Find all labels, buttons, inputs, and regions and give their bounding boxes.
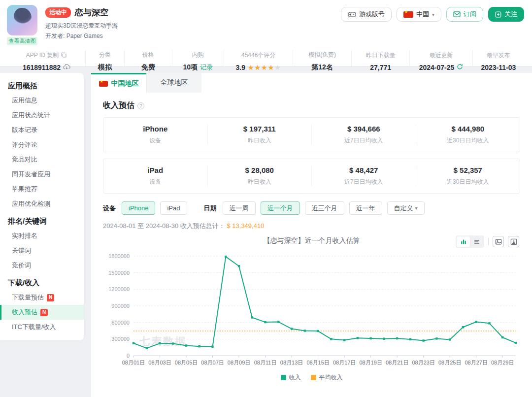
metric-label: 近7日日均收入 bbox=[312, 136, 416, 145]
stat-value: 2023-11-03 bbox=[475, 64, 522, 71]
export-image-icon[interactable] bbox=[493, 236, 504, 247]
legend-swatch-icon bbox=[311, 375, 316, 380]
device-filter-label: 设备 bbox=[103, 204, 116, 213]
stat-value: 10项记录 bbox=[174, 63, 222, 72]
filter-chip-近一个月[interactable]: 近一个月 bbox=[261, 201, 300, 215]
svg-text:08月15日: 08月15日 bbox=[306, 360, 329, 365]
metric-label: 近30日日均收入 bbox=[416, 136, 520, 145]
sidebar-item-ITC下载量/收入[interactable]: ITC下载量/收入 bbox=[0, 320, 84, 334]
sidebar-item-竞品对比[interactable]: 竞品对比 bbox=[0, 152, 84, 167]
main-panel: 中国地区全球地区 收入预估 ? iPhone设备$ 197,311昨日收入$ 3… bbox=[91, 73, 532, 397]
sidebar-item-应用状态统计[interactable]: 应用状态统计 bbox=[0, 108, 84, 123]
sidebar-section-title: 应用概括 bbox=[0, 76, 84, 93]
chart-legend: 收入平均收入 bbox=[103, 373, 520, 382]
stat-label: APP ID 复制 bbox=[10, 51, 83, 60]
svg-text:1200000: 1200000 bbox=[108, 286, 130, 292]
stat-1: 分类模拟 bbox=[86, 50, 125, 73]
metric-value: $ 444,980 bbox=[416, 125, 520, 133]
filter-chip-近三个月[interactable]: 近三个月 bbox=[305, 201, 344, 215]
legend-swatch-icon bbox=[281, 375, 286, 380]
svg-text:七麦数据: 七麦数据 bbox=[139, 335, 187, 347]
svg-text:08月25日: 08月25日 bbox=[438, 360, 461, 365]
filter-chip-iPad[interactable]: iPad bbox=[160, 201, 187, 215]
stat-value: 3.9★★★★★★★★★★ bbox=[226, 64, 291, 71]
sidebar-section-title: 排名/关键词 bbox=[0, 211, 84, 229]
gamepad-icon bbox=[348, 11, 356, 18]
envelope-icon bbox=[453, 11, 461, 17]
view-hd-image-link[interactable]: 查看高清图 bbox=[7, 37, 37, 45]
bar-chart-icon[interactable] bbox=[457, 236, 470, 247]
metric-label: 昨日收入 bbox=[208, 136, 312, 145]
sidebar-item-竞价词[interactable]: 竞价词 bbox=[0, 258, 84, 273]
stat-label: 内购 bbox=[174, 51, 222, 59]
filter-chip-近一年[interactable]: 近一年 bbox=[349, 201, 382, 215]
region-tabs: 中国地区全球地区 bbox=[91, 73, 532, 93]
filter-bar: 设备iPhoneiPad日期近一周近一个月近三个月近一年自定义▾ bbox=[103, 201, 520, 215]
plus-square-icon bbox=[495, 11, 501, 18]
revenue-line-chart[interactable]: 0300000600000900000120000015000001800000… bbox=[103, 249, 520, 370]
svg-text:0: 0 bbox=[127, 353, 130, 359]
device-name-cell: iPhone设备 bbox=[103, 125, 208, 145]
sidebar-item-苹果推荐[interactable]: 苹果推荐 bbox=[0, 182, 84, 197]
metric-cell: $ 28,080昨日收入 bbox=[208, 166, 312, 186]
metric-value: $ 52,357 bbox=[416, 166, 520, 174]
stat-label: 最早发布 bbox=[475, 51, 522, 60]
china-flag-icon bbox=[99, 81, 108, 87]
stat-3: 内购10项记录 bbox=[172, 50, 224, 73]
date-range-text: 2024-08-01 至 2024-08-30 收入预估总计： bbox=[103, 222, 225, 230]
download-data-icon[interactable] bbox=[508, 236, 519, 247]
metric-cell: $ 197,311昨日收入 bbox=[208, 125, 312, 145]
stat-value: 27,771 bbox=[354, 64, 408, 71]
sidebar-item-收入预估[interactable]: 收入预估N bbox=[0, 305, 84, 320]
app-stats-strip: APP ID 复制1618911882分类模拟价格免费内购10项记录45446个… bbox=[0, 50, 532, 73]
copy-icon[interactable] bbox=[61, 52, 67, 60]
metric-cell: $ 444,980近30日日均收入 bbox=[416, 125, 520, 145]
filter-chip-iPhone[interactable]: iPhone bbox=[122, 201, 155, 215]
svg-text:08月03日: 08月03日 bbox=[148, 360, 171, 365]
sidebar-item-关键词[interactable]: 关键词 bbox=[0, 243, 84, 258]
metric-value: $ 394,666 bbox=[312, 125, 416, 133]
country-select[interactable]: 中国 ▾ bbox=[397, 7, 441, 22]
revenue-total: $ 13,349,410 bbox=[227, 222, 264, 230]
filter-chip-自定义[interactable]: 自定义▾ bbox=[387, 201, 425, 215]
help-question-icon[interactable]: ? bbox=[137, 102, 144, 109]
list-view-icon[interactable] bbox=[470, 236, 483, 247]
sidebar-item-下载量预估[interactable]: 下载量预估N bbox=[0, 290, 84, 305]
svg-text:08月05日: 08月05日 bbox=[175, 360, 198, 365]
stat-4: 45446个评分3.9★★★★★★★★★★ bbox=[224, 50, 293, 72]
sidebar-item-应用优化检测[interactable]: 应用优化检测 bbox=[0, 197, 84, 211]
divider bbox=[488, 238, 489, 245]
stat-7: 最近更新2024-07-25 bbox=[410, 50, 472, 72]
app-subtitle: 超现实3D沉浸恋爱互动手游 bbox=[45, 22, 118, 30]
metric-label: 昨日收入 bbox=[208, 178, 312, 186]
new-badge: N bbox=[47, 294, 54, 301]
app-icon[interactable] bbox=[7, 5, 37, 35]
svg-text:300000: 300000 bbox=[111, 336, 130, 342]
game-license-button[interactable]: 游戏版号 bbox=[341, 7, 392, 22]
filter-chip-近一周[interactable]: 近一周 bbox=[223, 201, 256, 215]
record-link[interactable]: 记录 bbox=[200, 63, 213, 72]
rating-stars-icon: ★★★★★★★★★★ bbox=[248, 64, 281, 71]
subscribe-button[interactable]: 订阅 bbox=[446, 7, 483, 22]
app-developer[interactable]: 开发者: Paper Games bbox=[45, 32, 118, 40]
sidebar-section-title: 下载/收入 bbox=[0, 273, 84, 290]
svg-text:08月13日: 08月13日 bbox=[280, 360, 303, 365]
svg-text:08月01日: 08月01日 bbox=[122, 360, 145, 365]
svg-text:1500000: 1500000 bbox=[108, 270, 130, 276]
follow-button[interactable]: 关注 bbox=[488, 7, 524, 22]
svg-text:900000: 900000 bbox=[111, 303, 130, 309]
sidebar-item-评分评论[interactable]: 评分评论 bbox=[0, 137, 84, 152]
sidebar-item-应用信息[interactable]: 应用信息 bbox=[0, 93, 84, 108]
sidebar-item-实时排名[interactable]: 实时排名 bbox=[0, 229, 84, 243]
cloud-download-icon[interactable] bbox=[63, 64, 70, 71]
legend-item-平均收入[interactable]: 平均收入 bbox=[311, 373, 343, 382]
tab-全球地区[interactable]: 全球地区 bbox=[146, 73, 201, 93]
section-title: 收入预估 bbox=[103, 100, 134, 111]
chevron-down-icon: ▾ bbox=[432, 12, 434, 17]
sidebar-item-版本记录[interactable]: 版本记录 bbox=[0, 123, 84, 137]
sidebar-item-同开发者应用[interactable]: 同开发者应用 bbox=[0, 167, 84, 182]
svg-text:08月27日: 08月27日 bbox=[465, 360, 487, 365]
legend-item-收入[interactable]: 收入 bbox=[281, 373, 301, 382]
refresh-icon[interactable] bbox=[457, 64, 463, 71]
tab-中国地区[interactable]: 中国地区 bbox=[91, 73, 146, 93]
